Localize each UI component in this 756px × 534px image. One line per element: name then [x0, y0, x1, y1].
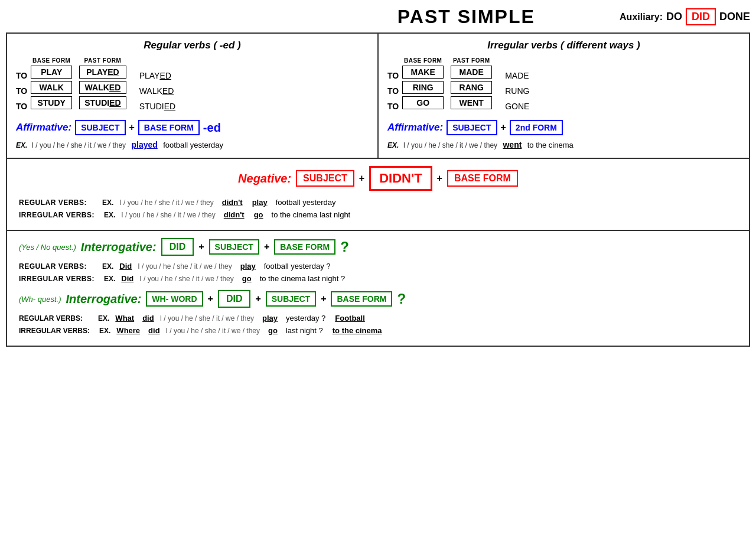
regular-base-cells: PLAY WALK STUDY	[31, 66, 72, 109]
to-label-3: TO	[16, 100, 27, 113]
past-extra-1: PLAYED	[139, 69, 175, 82]
yesno-regular-verb: play	[240, 262, 256, 271]
regular-base-form-title: BASE FORM	[31, 57, 72, 64]
wh-label: (Wh- quest.)	[19, 295, 61, 304]
regular-base-form-block: BASE FORM PLAY WALK STUDY	[31, 57, 72, 109]
yesno-question-mark: ?	[340, 239, 349, 255]
irregular-ex-rest: to the cinema	[527, 141, 573, 149]
neg-irregular-rest: to the cinema last night	[272, 210, 351, 219]
irr-to-label-2: TO	[387, 84, 399, 97]
wh-regular-did: did	[142, 314, 154, 323]
wh-formula: (Wh- quest.) Interrogative: WH- WORD + D…	[19, 290, 737, 308]
yesno-label: (Yes / No quest.)	[19, 243, 76, 252]
regular-subject-box: SUBJECT	[75, 120, 125, 135]
wh-base-form-box: BASE FORM	[331, 291, 392, 307]
yesno-irregular-row: IRREGULAR VERBS: EX. Did I / you / he / …	[19, 274, 737, 283]
negative-base-form-box: BASE FORM	[447, 170, 518, 187]
yesno-irregular-rest: to the cinema last night ?	[260, 274, 346, 283]
irr-past-extra-1: MADE	[505, 69, 529, 82]
neg-regular-ex: EX.	[102, 198, 113, 207]
wh-irregular-wh: Where	[116, 326, 140, 335]
negative-plus1: +	[359, 173, 364, 184]
aux-do: DO	[666, 11, 682, 23]
past-cell-1: PLAYED	[79, 66, 126, 79]
regular-affirmative-row: Affirmative: SUBJECT + BASE FORM -ed	[16, 120, 369, 135]
yesno-base-form-box: BASE FORM	[274, 239, 335, 255]
wh-irregular-pronouns: I / you / he / she / it / we / they	[166, 327, 260, 335]
yesno-formula: (Yes / No quest.) Interrogative: DID + S…	[19, 238, 737, 256]
base-cell-1: PLAY	[31, 66, 72, 79]
negative-plus2: +	[437, 173, 442, 184]
yesno-plus2: +	[264, 242, 269, 252]
regular-past-form-block: PAST FORM PLAYED WALKED STUDIED	[79, 57, 126, 109]
irregular-past-form-block: PAST FORM MADE RANG WENT	[451, 57, 492, 109]
irregular-base-form-block: BASE FORM MAKE RING GO	[402, 57, 444, 109]
neg-regular-didnt: didn't	[222, 198, 243, 207]
wh-subject-box: SUBJECT	[266, 291, 316, 307]
regular-plus1: +	[129, 122, 135, 133]
yesno-irregular-verb: go	[242, 274, 252, 283]
wh-plus1: +	[208, 294, 213, 304]
regular-to-labels: TO TO TO	[16, 57, 27, 113]
wh-regular-label: REGULAR VERBS:	[19, 314, 83, 323]
regular-aff-label: Affirmative:	[16, 122, 71, 134]
to-label-2: TO	[16, 84, 27, 97]
yesno-regular-rest: football yesterday ?	[264, 262, 331, 271]
yesno-regular-label: REGULAR VERBS:	[19, 262, 87, 271]
regular-verbs-col: Regular verbs ( -ed ) TO TO TO BASE FORM…	[7, 34, 379, 158]
yesno-irregular-ex: EX.	[104, 275, 115, 283]
wh-regular-rest: yesterday ?	[286, 314, 325, 323]
yesno-regular-pronouns: I / you / he / she / it / we / they	[138, 262, 232, 271]
wh-regular-pronouns: I / you / he / she / it / we / they	[160, 314, 254, 323]
irr-past-extra-3: GONE	[505, 100, 529, 113]
irregular-ex-label: EX.	[387, 141, 399, 149]
regular-past-form-title: PAST FORM	[79, 57, 126, 64]
to-label-1: TO	[16, 69, 27, 82]
irregular-base-cells: MAKE RING GO	[402, 66, 444, 109]
negative-regular-row: REGULAR VERBS: EX. I / you / he / she / …	[19, 198, 737, 207]
negative-section: Negative: SUBJECT + DIDN'T + BASE FORM R…	[7, 159, 749, 231]
wh-irregular-verb: go	[268, 326, 278, 335]
yesno-subject-box: SUBJECT	[209, 239, 259, 255]
auxiliary-label: Auxiliary:	[620, 12, 663, 22]
irr-past-cell-1: MADE	[451, 66, 492, 79]
irr-to-label-3: TO	[387, 100, 399, 113]
aux-done: DONE	[719, 11, 750, 23]
page-title: PAST SIMPLE	[397, 6, 535, 27]
interrogative-section: (Yes / No quest.) Interrogative: DID + S…	[7, 231, 749, 346]
irregular-aff-label: Affirmative:	[387, 122, 443, 134]
irregular-affirmative-row: Affirmative: SUBJECT + 2nd FORM	[387, 120, 740, 135]
past-extra-2: WALKED	[139, 84, 175, 97]
wh-regular-verb: play	[262, 314, 278, 323]
wh-irregular-did: did	[148, 326, 160, 335]
neg-regular-pronouns: I / you / he / she / it / we / they	[119, 198, 213, 207]
wh-plus2: +	[255, 294, 260, 304]
wh-regular-row: REGULAR VERBS: EX. What did I / you / he…	[19, 314, 737, 323]
main-container: Regular verbs ( -ed ) TO TO TO BASE FORM…	[6, 32, 750, 347]
wh-regular-wh: What	[115, 314, 134, 323]
irregular-past-form-title: PAST FORM	[451, 57, 492, 64]
irr-past-cell-3: WENT	[451, 96, 492, 109]
negative-irregular-row: IRREGULAR VERBS: EX. I / you / he / she …	[19, 210, 737, 219]
regular-ex-pronouns: I / you / he / she / it / we / they	[32, 141, 126, 149]
yesno-regular-did: Did	[119, 262, 132, 271]
irr-base-cell-1: MAKE	[402, 66, 444, 79]
regular-ex-verb: played	[131, 140, 157, 149]
yesno-irregular-label: IRREGULAR VERBS:	[19, 275, 94, 283]
past-cell-3: STUDIED	[79, 96, 126, 109]
regular-ex-row: EX. I / you / he / she / it / we / they …	[16, 140, 369, 149]
irregular-ex-verb: went	[503, 140, 522, 149]
wh-irregular-rest: last night ?	[286, 326, 323, 335]
irr-base-cell-3: GO	[402, 96, 444, 109]
wh-irregular-label: IRREGULAR VERBS:	[19, 327, 90, 335]
yesno-irregular-pronouns: I / you / he / she / it / we / they	[139, 275, 233, 283]
neg-regular-verb: play	[252, 198, 268, 207]
irregular-base-form-title: BASE FORM	[402, 57, 444, 64]
neg-irregular-pronouns: I / you / he / she / it / we / they	[121, 211, 215, 219]
irregular-past-extra: MADE RUNG GONE	[505, 57, 529, 113]
irregular-2nd-form-box: 2nd FORM	[510, 120, 563, 135]
wh-did-box: DID	[218, 290, 251, 308]
wh-section: (Wh- quest.) Interrogative: WH- WORD + D…	[19, 290, 737, 335]
wh-regular-answer: Football	[335, 314, 365, 323]
neg-irregular-didnt: didn't	[224, 210, 245, 219]
